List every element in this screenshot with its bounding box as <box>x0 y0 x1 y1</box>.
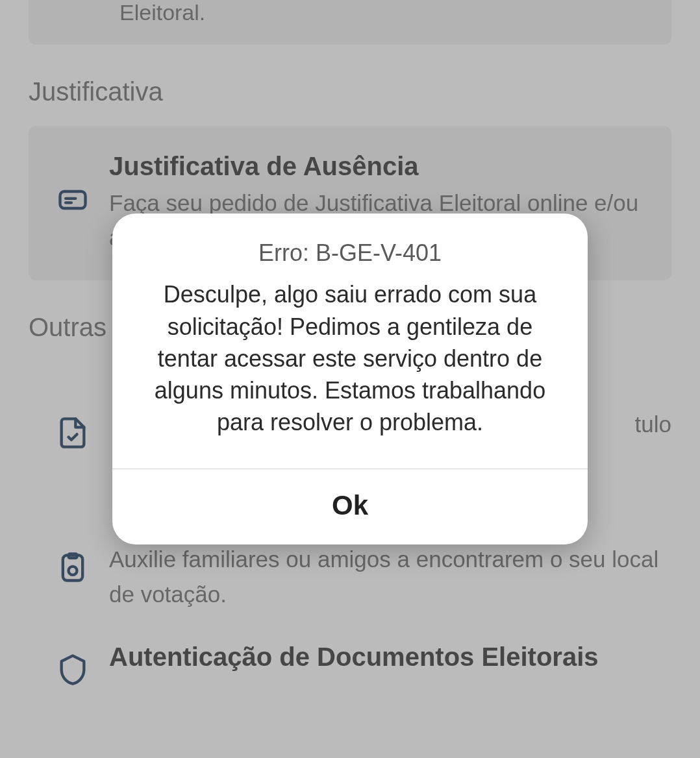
ok-button[interactable]: Ok <box>112 469 588 544</box>
dialog-title: Erro: B-GE-V-401 <box>112 214 588 278</box>
error-dialog: Erro: B-GE-V-401 Desculpe, algo saiu err… <box>112 214 588 544</box>
modal-overlay: Erro: B-GE-V-401 Desculpe, algo saiu err… <box>0 0 700 758</box>
dialog-message: Desculpe, algo saiu errado com sua solic… <box>112 278 588 469</box>
